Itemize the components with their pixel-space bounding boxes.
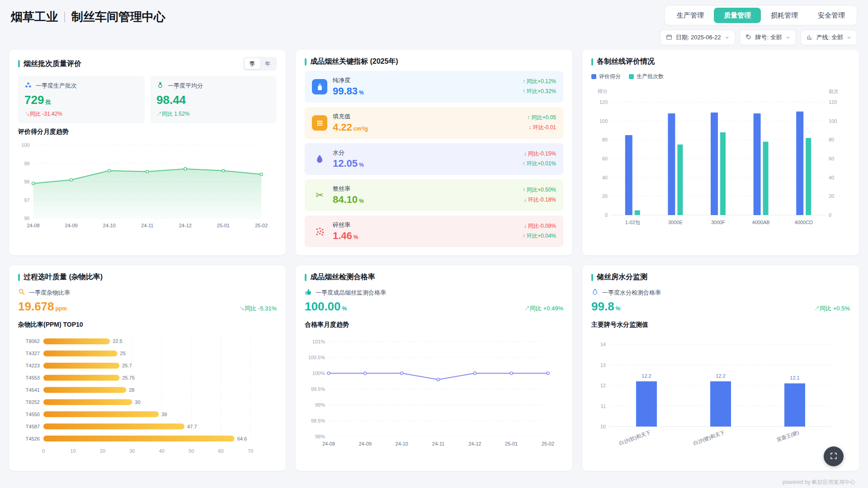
period-toggle: 季 年 [243,57,277,70]
tab-loss[interactable]: 损耗管理 [761,8,808,23]
card-title: 成品烟丝关键指标 (2025年) [310,57,398,66]
brand-filter-label: 牌号: 全部 [755,33,782,42]
svg-text:25.7: 25.7 [122,363,132,368]
svg-text:28: 28 [129,387,134,393]
production-line-filter-label: 产线: 全部 [816,33,843,42]
nav-tabs: 生产管理 质量管理 损耗管理 安全管理 [665,5,857,25]
kpi-broken-rate: 碎丝率 1.46% ↓ 同比-0.08% ↑ 环比+0.04% [305,216,563,247]
card-line-evaluation: 各制丝线评价情况 评价得分 生产批次数 00202040406060808010… [582,50,859,255]
fullscreen-button[interactable] [824,446,844,466]
filter-bar: 日期: 2025-06-22 牌号: 全部 产线: 全部 [660,30,857,45]
svg-text:40: 40 [159,448,165,454]
toggle-year[interactable]: 年 [260,58,275,69]
page-title: 制丝车间管理中心 [71,9,165,25]
pass-rate-chart: 98%98.5%99%99.5%100%100.5%101%24-0824-09… [305,336,563,450]
svg-text:100: 100 [599,118,608,124]
kpi-unit: % [354,234,359,240]
legend-score: 评价得分 [591,73,621,80]
tab-safety[interactable]: 安全管理 [808,8,855,23]
card-pass-rate: 成品烟丝检测合格率 一季度成品烟丝监测合格率 100.00 % ↗同比 +0.4… [296,265,572,471]
production-line-filter[interactable]: 产线: 全部 [801,30,857,45]
score-trend-chart: 9697989910024-0824-0924-1024-1124-1225-0… [18,140,277,232]
svg-text:98: 98 [24,179,29,184]
card-title: 过程选叶质量 (杂物比率) [24,272,103,282]
header-right: 生产管理 质量管理 损耗管理 安全管理 日期: 2025-06-22 牌号: 全… [660,5,857,45]
svg-text:24-08: 24-08 [322,441,335,446]
svg-text:64.6: 64.6 [237,436,247,441]
card-accent [305,274,307,281]
svg-text:30: 30 [135,399,140,405]
svg-text:4000AB: 4000AB [752,220,770,225]
chart-subtitle: 主要牌号水分监测值 [591,321,850,329]
water-drop-icon [591,288,599,297]
kpi-yoy: ↑ 同比+0.50% [523,185,556,195]
kpi-name: 水分 [333,149,364,157]
svg-text:98%: 98% [315,434,325,439]
kpi-unit: % [359,198,364,204]
svg-text:97: 97 [24,197,29,203]
tab-production[interactable]: 生产管理 [667,8,714,23]
metric-value: 100.00 [305,300,341,314]
kpi-purity: 纯净度 99.83% ↑ 同比+0.12% ↑ 环比+0.32% [305,71,563,103]
svg-text:24-10: 24-10 [103,223,116,228]
moisture-brands-chart: 101112131412.2白沙(软)和天下12.2白沙(硬)和天下12.1芙蓉… [591,333,850,453]
svg-text:1-02包: 1-02包 [625,220,641,225]
svg-text:39: 39 [161,412,167,417]
date-filter[interactable]: 日期: 2025-06-22 [660,30,735,45]
svg-text:0: 0 [42,448,45,454]
kpi-mom: ↑ 环比+0.01% [523,159,556,169]
svg-text:T4550: T4550 [26,412,40,417]
purity-bottle-icon [312,79,327,94]
tab-quality[interactable]: 质量管理 [714,8,761,23]
kpi-value: 84.10 [333,194,358,206]
svg-text:100: 100 [829,118,837,124]
card-title: 储丝房水分监测 [597,272,647,282]
line-evaluation: 002020404060608080100100120120得分批次1-02包3… [591,87,847,227]
svg-text:25.75: 25.75 [122,375,135,380]
legend-label: 评价得分 [599,73,621,80]
svg-text:24-12: 24-12 [179,223,192,228]
toggle-quarter[interactable]: 季 [245,58,260,69]
metric-label: 一季度杂物比率 [29,289,70,297]
svg-text:3000F: 3000F [711,220,725,225]
svg-text:10: 10 [70,448,75,454]
svg-text:22.5: 22.5 [113,338,122,344]
kpi-unit: cm³/g [354,126,368,132]
svg-text:12.2: 12.2 [642,373,651,379]
metric-delta: ↗同比 +0.49% [524,305,563,313]
kpi-name: 整丝率 [333,185,364,193]
kpi-yoy: ↓ 同比-0.15% [523,149,556,159]
card-accent [305,58,307,66]
brand-filter[interactable]: 牌号: 全部 [740,30,796,45]
svg-text:T4327: T4327 [26,351,40,356]
svg-text:98.5%: 98.5% [311,418,325,423]
impurity-top10: 010203040506070T806222.5T432725T422325.7… [18,333,271,455]
powered-by: powered by 帆软应用复用中心 [783,479,855,486]
kpi-unit: % [359,89,364,96]
stat-production-batches: 一季度生产批次 729 批 ↘同比 -31.42% [18,76,145,123]
chevron-down-icon [847,34,851,41]
card-impurity: 过程选叶质量 (杂物比率) 一季度杂物比率 19.678 ppm ↘同比 -5.… [9,265,286,471]
metric-label: 一季度水分检测合格率 [602,289,661,297]
legend-label: 生产批次数 [637,73,664,80]
dashboard: 烟草工业 制丝车间管理中心 生产管理 质量管理 损耗管理 安全管理 日期: 20… [0,0,868,476]
svg-text:25-02: 25-02 [255,223,268,228]
thumbs-up-icon [305,288,312,297]
card-moisture: 储丝房水分监测 一季度水分检测合格率 99.8 % ↗同比 +0.5% 主要牌号… [582,265,859,471]
metric-label: 一季度成品烟丝监测合格率 [316,289,386,297]
svg-text:24-12: 24-12 [468,441,481,446]
title-block: 烟草工业 制丝车间管理中心 [11,5,165,25]
chart-subtitle: 杂物比率(PPM) TOP10 [18,321,277,329]
grid-icon [312,115,327,131]
svg-text:120: 120 [829,99,837,105]
metric-delta: ↗同比 +0.5% [814,305,850,313]
svg-text:99%: 99% [315,402,325,408]
kpi-name: 纯净度 [333,76,364,84]
svg-text:芙蓉王(硬): 芙蓉王(硬) [776,430,799,443]
date-filter-label: 日期: 2025-06-22 [676,33,721,42]
kpi-mom: ↑ 环比+0.32% [523,87,556,97]
legend-batches: 生产批次数 [629,73,664,80]
svg-text:24-09: 24-09 [359,441,372,446]
svg-text:96: 96 [24,216,29,221]
metric-value: 99.8 [591,300,614,314]
